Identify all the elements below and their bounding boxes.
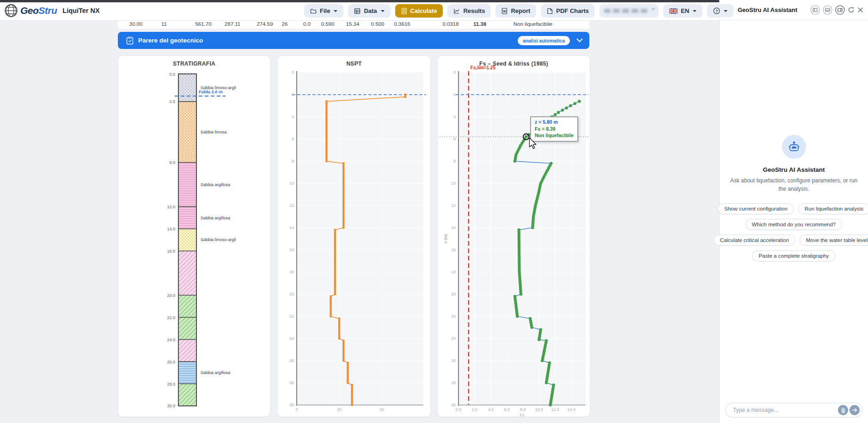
report-button-label: Report [511,7,530,14]
stratigraphy-title: STRATIGRAFIA [118,60,270,67]
svg-text:22.0: 22.0 [167,315,175,320]
svg-text:12: 12 [451,203,456,208]
caret-down-icon [724,10,727,12]
pdf-charts-button-label: PDF Charts [556,7,589,14]
language-button[interactable]: EN [663,4,703,18]
help-button[interactable]: ? [707,4,734,18]
ai-message-bar [725,403,862,417]
report-button[interactable]: W Report [495,4,536,18]
geotechnical-opinion-banner[interactable]: Parere del geotecnico analisi automatica [118,32,589,49]
calculate-button[interactable]: Calculate [395,4,443,18]
suggestion-critical-acceleration[interactable]: Calculate critical acceleration [714,235,795,246]
suggestion-method-recommendation[interactable]: Which method do you recommend? [746,219,843,230]
svg-text:30.0: 30.0 [167,404,175,408]
svg-text:4.0: 4.0 [488,407,494,412]
svg-text:22: 22 [451,314,456,319]
svg-text:14: 14 [289,225,294,230]
dock-right-button-active[interactable] [835,5,845,15]
svg-text:22: 22 [289,314,294,319]
brand: GeoStru LiquiTer NX [4,3,100,18]
pdf-document-icon [547,8,553,14]
svg-text:40: 40 [379,407,384,412]
svg-text:Sabbia argillosa: Sabbia argillosa [201,370,230,375]
svg-text:8: 8 [292,159,294,163]
result-cell: 287.11 [225,21,240,27]
app-window: GeoStru LiquiTer NX File Data Calculate … [0,0,868,423]
svg-text:10.0: 10.0 [535,407,544,412]
suggestion-run-analysis[interactable]: Run liquefaction analysis [798,203,868,214]
svg-text:2: 2 [292,92,294,97]
svg-text:28: 28 [289,381,294,385]
svg-text:8.0: 8.0 [169,160,175,165]
refresh-button[interactable] [848,6,855,13]
tooltip-depth: z = 5.80 m [535,119,574,126]
results-button-label: Results [463,7,485,14]
svg-text:2.5: 2.5 [169,99,175,104]
result-cell: 15.34 [346,21,360,27]
file-button[interactable]: File [304,4,343,18]
result-cell: 30.00 [129,21,143,27]
suggestion-row: Calculate critical acceleration Move the… [714,235,868,246]
svg-text:18: 18 [451,270,456,274]
stratigraphy-panel: STRATIGRAFIA 0.02.58.012.014.016.020.022… [118,55,270,417]
svg-text:W: W [503,10,507,13]
ai-assistant-header: GeoStru AI Assistant [720,0,868,20]
svg-text:Sabbia argillosa: Sabbia argillosa [201,216,230,220]
license-info-blurred [599,4,659,18]
suggestion-row: Which method do you recommend? [746,219,843,230]
stratigraphy-chart: 0.02.58.012.014.016.020.022.024.026.028.… [118,56,271,417]
svg-text:2.0: 2.0 [472,407,478,412]
brand-geo: Geo [20,5,38,16]
chevron-down-icon[interactable] [576,38,583,42]
result-cell: 0.500 [371,21,385,27]
result-cell: 0.3616 [394,21,410,27]
fs-title: Fs – Seed & Idriss (1985) [438,60,590,67]
data-button-label: Data [364,7,377,14]
pdf-charts-button[interactable]: PDF Charts [541,4,595,18]
svg-text:14.0: 14.0 [167,227,175,231]
svg-text:28.0: 28.0 [167,382,175,387]
calculate-button-label: Calculate [410,7,437,14]
caret-down-icon [381,10,385,12]
language-button-label: EN [681,7,689,14]
svg-text:0.0: 0.0 [456,407,462,412]
nspt-title: NSPT [278,60,430,67]
suggestion-show-configuration[interactable]: Show current configuration [718,203,794,214]
ai-assistant-body: GeoStru AI Assistant Ask about liquefact… [720,20,868,261]
mouse-cursor [529,137,538,151]
send-button[interactable] [850,405,860,415]
svg-text:0: 0 [453,70,456,75]
robot-icon [788,141,800,152]
brand-stru: Stru [38,5,57,16]
result-cell-verdict: Non liquefacibile [513,21,552,27]
close-button[interactable] [857,7,863,13]
dock-left-button[interactable] [810,5,820,15]
svg-text:0: 0 [295,407,298,412]
suggestion-paste-stratigraphy[interactable]: Paste a complete stratigraphy [752,250,835,261]
svg-text:16.0: 16.0 [167,249,175,254]
svg-text:10: 10 [289,181,294,186]
svg-text:?: ? [715,9,718,13]
svg-text:6.0: 6.0 [504,407,510,412]
dock-bottom-button[interactable] [823,5,832,15]
question-circle-icon: ? [713,7,720,14]
fs-panel: Fs – Seed & Idriss (1985) Fs,lim=1.25024… [437,55,590,417]
svg-text:8: 8 [453,159,456,163]
svg-text:Falda 2.0 m: Falda 2.0 m [199,89,223,94]
svg-text:14: 14 [451,225,456,230]
svg-text:4: 4 [453,115,456,119]
svg-text:2: 2 [453,92,456,97]
auto-analysis-badge[interactable]: analisi automatica [518,36,570,45]
suggestion-water-table[interactable]: Move the water table level [800,235,868,246]
globe-logo-icon [4,3,18,18]
clipboard-check-icon [126,36,134,45]
results-button[interactable]: Results [447,4,491,18]
uk-flag-icon [669,8,678,14]
paperclip-icon [841,407,846,413]
data-button[interactable]: Data [348,4,390,18]
attach-button[interactable] [838,405,848,415]
result-cell: 11 [161,21,167,27]
svg-text:26.0: 26.0 [167,360,175,364]
message-input[interactable] [732,404,826,417]
result-cell: 0.0318 [442,21,458,27]
